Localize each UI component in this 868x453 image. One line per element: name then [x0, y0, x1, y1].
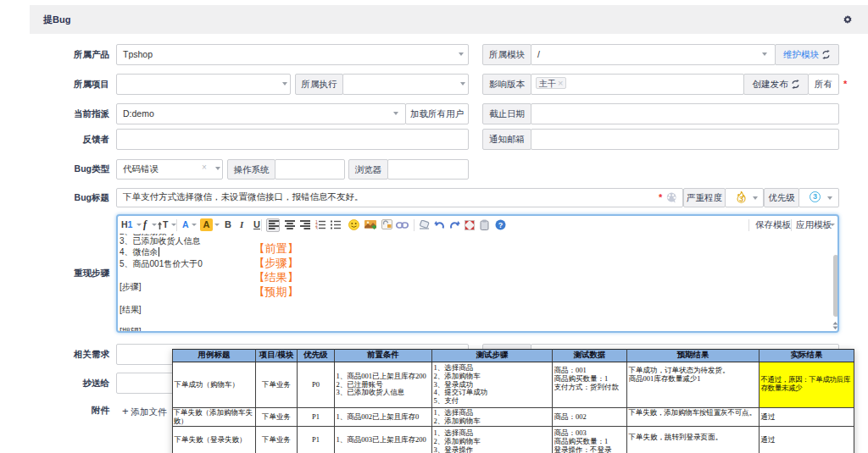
- svg-text:3: 3: [739, 195, 743, 203]
- svg-text:?: ?: [498, 221, 504, 229]
- svg-text:3: 3: [315, 226, 318, 230]
